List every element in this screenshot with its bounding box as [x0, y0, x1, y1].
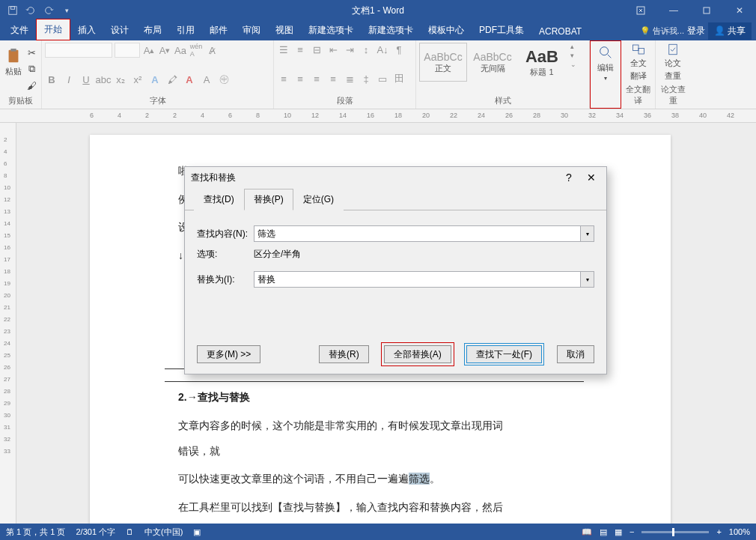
tab-design[interactable]: 设计 [103, 20, 136, 40]
login-button[interactable]: 登录 [687, 25, 705, 37]
word-count[interactable]: 2/301 个字 [76, 527, 115, 538]
highlight-icon[interactable]: 🖍 [165, 73, 179, 86]
redo-icon[interactable] [42, 4, 55, 17]
close-icon[interactable]: ✕ [723, 0, 756, 21]
font-family-selector[interactable] [45, 43, 112, 58]
distribute-icon[interactable]: ≣ [343, 72, 356, 85]
find-dropdown-icon[interactable]: ▾ [581, 225, 594, 242]
grow-font-icon[interactable]: A▴ [142, 43, 156, 57]
styles-scroll-down-icon[interactable]: ▾ [570, 52, 576, 59]
view-print-icon[interactable]: ▤ [600, 527, 607, 537]
font-size-selector[interactable] [115, 43, 140, 58]
zoom-slider[interactable] [641, 531, 709, 533]
styles-expand-icon[interactable]: ⌄ [570, 61, 576, 68]
tab-goto[interactable]: 定位(G) [293, 189, 344, 210]
dupcheck-button[interactable]: 论文 查重 [661, 43, 685, 82]
styles-scroll-up-icon[interactable]: ▴ [570, 43, 576, 50]
tab-acrobat[interactable]: ACROBAT [531, 22, 589, 40]
line-spacing-icon[interactable]: ‡ [359, 72, 373, 85]
replace-input[interactable] [254, 271, 581, 288]
tab-layout[interactable]: 布局 [136, 20, 169, 40]
sort-icon[interactable]: A↓ [376, 43, 389, 56]
spell-check-icon[interactable]: 🗒 [126, 527, 134, 536]
tab-templates[interactable]: 模板中心 [421, 20, 472, 40]
editing-button[interactable]: 编辑 ▾ [594, 43, 618, 82]
replace-dropdown-icon[interactable]: ▾ [581, 271, 594, 288]
format-painter-icon[interactable]: 🖌 [25, 79, 38, 92]
dialog-titlebar[interactable]: 查找和替换 ? ✕ [185, 167, 606, 188]
style-heading1[interactable]: AaB 标题 1 [518, 43, 566, 82]
align-right-icon[interactable]: ≡ [310, 72, 323, 85]
align-left-icon[interactable]: ≡ [277, 72, 290, 85]
increase-indent-icon[interactable]: ⇥ [343, 43, 356, 56]
macro-indicator-icon[interactable]: ▣ [193, 527, 201, 537]
tab-references[interactable]: 引用 [169, 20, 202, 40]
minimize-icon[interactable]: — [657, 0, 690, 21]
clear-formatting-icon[interactable]: A̷ [205, 43, 219, 57]
justify-icon[interactable]: ≡ [326, 72, 340, 85]
maximize-icon[interactable] [690, 0, 723, 21]
cut-icon[interactable]: ✂ [25, 46, 38, 59]
tab-home[interactable]: 开始 [36, 19, 70, 40]
subscript-icon[interactable]: x₂ [114, 73, 127, 86]
save-icon[interactable] [6, 4, 19, 17]
qat-dropdown-icon[interactable]: ▾ [60, 4, 73, 17]
find-next-button[interactable]: 查找下一处(F) [466, 345, 542, 363]
undo-icon[interactable] [24, 4, 37, 17]
view-read-icon[interactable]: 📖 [582, 527, 592, 537]
view-web-icon[interactable]: ▦ [615, 527, 622, 537]
horizontal-ruler[interactable]: 6422468101214161820222426283032343638404… [0, 109, 756, 123]
tab-insert[interactable]: 插入 [70, 20, 103, 40]
text-direction-icon[interactable]: ↕ [359, 43, 373, 56]
cancel-button[interactable]: 取消 [557, 345, 594, 363]
align-center-icon[interactable]: ≡ [293, 72, 307, 85]
italic-icon[interactable]: I [62, 73, 76, 86]
text-effects-icon[interactable]: A [148, 73, 162, 86]
underline-icon[interactable]: U [79, 73, 93, 86]
vertical-ruler[interactable]: 2468101213141516171819202122232425262728… [0, 123, 16, 524]
tab-newtab1[interactable]: 新建选项卡 [301, 20, 361, 40]
replace-all-button[interactable]: 全部替换(A) [384, 345, 451, 363]
close-dialog-icon[interactable]: ✕ [582, 172, 600, 183]
translate-button[interactable]: 全文 翻译 [627, 43, 650, 82]
tell-me[interactable]: 💡告诉我... [640, 25, 684, 37]
style-no-spacing[interactable]: AaBbCc 无间隔 [469, 43, 516, 82]
tab-view[interactable]: 视图 [268, 20, 301, 40]
tab-newtab2[interactable]: 新建选项卡 [361, 20, 421, 40]
share-button[interactable]: 👤共享 [708, 22, 752, 40]
tab-review[interactable]: 审阅 [235, 20, 268, 40]
multilevel-icon[interactable]: ⊟ [310, 43, 323, 56]
superscript-icon[interactable]: x² [131, 73, 144, 86]
tab-file[interactable]: 文件 [3, 20, 36, 40]
find-input[interactable] [254, 225, 581, 242]
phonetic-guide-icon[interactable]: wénA [189, 43, 203, 57]
shrink-font-icon[interactable]: A▾ [158, 43, 171, 57]
shading-icon[interactable]: ▭ [376, 72, 389, 85]
tab-mailings[interactable]: 邮件 [202, 20, 235, 40]
paste-button[interactable]: 粘贴 [3, 43, 23, 82]
tab-replace[interactable]: 替换(P) [244, 189, 293, 210]
strikethrough-icon[interactable]: abc [97, 73, 110, 86]
bullets-icon[interactable]: ☰ [277, 43, 290, 56]
replace-button[interactable]: 替换(R) [319, 345, 369, 363]
zoom-level[interactable]: 100% [729, 527, 750, 536]
page-number[interactable]: 第 1 页，共 1 页 [6, 527, 65, 538]
tab-pdf[interactable]: PDF工具集 [472, 20, 531, 40]
decrease-indent-icon[interactable]: ⇤ [326, 43, 340, 56]
numbering-icon[interactable]: ≡ [293, 43, 307, 56]
style-normal[interactable]: AaBbCc 正文 [419, 43, 467, 82]
more-button[interactable]: 更多(M) >> [197, 345, 260, 363]
help-icon[interactable]: ? [560, 172, 578, 183]
change-case-icon[interactable]: Aa [174, 43, 187, 57]
zoom-out-button[interactable]: − [630, 527, 634, 536]
ribbon-collapse-icon[interactable] [624, 0, 657, 21]
bold-icon[interactable]: B [45, 73, 58, 86]
enclose-char-icon[interactable]: ㊥ [217, 73, 231, 86]
zoom-in-button[interactable]: + [716, 527, 721, 536]
borders-icon[interactable]: 田 [392, 72, 406, 85]
tab-find[interactable]: 查找(D) [194, 189, 244, 210]
show-marks-icon[interactable]: ¶ [392, 43, 406, 56]
char-shading-icon[interactable]: A [200, 73, 213, 86]
copy-icon[interactable]: ⧉ [25, 62, 38, 76]
language[interactable]: 中文(中国) [144, 527, 183, 538]
